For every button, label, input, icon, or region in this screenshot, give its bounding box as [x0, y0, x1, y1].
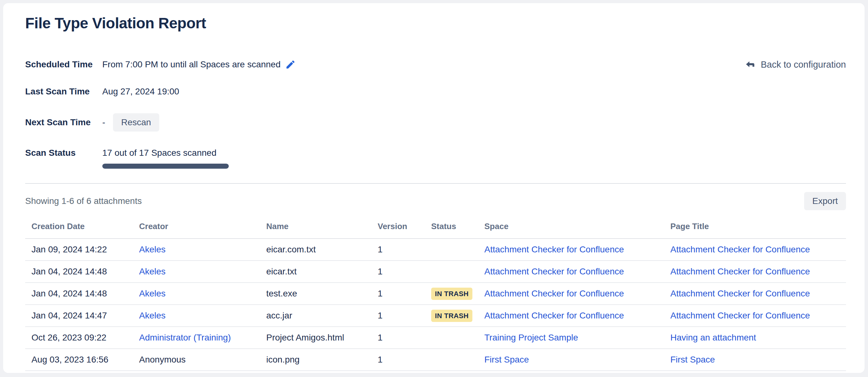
- page-title-link[interactable]: Attachment Checker for Confluence: [670, 266, 810, 276]
- space-link[interactable]: First Space: [484, 355, 529, 365]
- cell-creation-date: Oct 26, 2023 09:22: [25, 327, 133, 349]
- cell-version: 1: [371, 327, 425, 349]
- creator-link[interactable]: Administrator (Training): [139, 333, 231, 342]
- creator-plain-text: Anonymous: [139, 355, 186, 365]
- scan-meta-section: Scheduled Time From 7:00 PM to until all…: [25, 59, 846, 169]
- scheduled-time-value: From 7:00 PM to until all Spaces are sca…: [102, 60, 281, 69]
- cell-creation-date: Aug 03, 2023 16:56: [25, 349, 133, 371]
- scan-progress-bar: [102, 164, 229, 169]
- table-row: Jan 09, 2024 14:22 Akeles eicar.com.txt …: [25, 239, 846, 260]
- table-row: Jan 04, 2024 14:47 Akeles acc.jar 1 IN T…: [25, 305, 846, 327]
- back-arrow-icon: [744, 59, 756, 70]
- space-link[interactable]: Attachment Checker for Confluence: [484, 289, 624, 298]
- table-header-row: Creation Date Creator Name Version Statu…: [25, 215, 846, 239]
- creator-link[interactable]: Akeles: [139, 266, 165, 276]
- cell-version: 1: [371, 260, 425, 283]
- cell-version: 1: [371, 305, 425, 327]
- cell-version: 1: [371, 349, 425, 371]
- creator-link[interactable]: Akeles: [139, 245, 165, 254]
- last-scan-label: Last Scan Time: [25, 87, 102, 97]
- table-row: Jan 04, 2024 14:48 Akeles test.exe 1 IN …: [25, 283, 846, 305]
- back-to-configuration-link[interactable]: Back to configuration: [744, 59, 846, 70]
- cell-name: eicar.txt: [260, 260, 371, 283]
- column-header-creation-date: Creation Date: [25, 215, 133, 239]
- space-link[interactable]: Attachment Checker for Confluence: [484, 311, 624, 320]
- attachments-toolbar: Showing 1-6 of 6 attachments Export: [25, 192, 846, 210]
- scan-progress-fill: [102, 164, 229, 169]
- status-badge: IN TRASH: [431, 310, 472, 322]
- space-link[interactable]: Attachment Checker for Confluence: [484, 245, 624, 254]
- next-scan-row: Next Scan Time - Rescan: [25, 113, 846, 131]
- cell-name: Project Amigos.html: [260, 327, 371, 349]
- page-title-link[interactable]: Attachment Checker for Confluence: [670, 289, 810, 298]
- rescan-button[interactable]: Rescan: [113, 113, 159, 131]
- report-card: File Type Violation Report Scheduled Tim…: [3, 3, 865, 373]
- cell-name: eicar.com.txt: [260, 239, 371, 260]
- table-row: Aug 03, 2023 16:56 Anonymous icon.png 1 …: [25, 349, 846, 371]
- edit-schedule-button[interactable]: [285, 59, 296, 70]
- scan-status-row: Scan Status 17 out of 17 Spaces scanned: [25, 148, 846, 169]
- status-badge: IN TRASH: [431, 288, 472, 300]
- column-header-page-title: Page Title: [664, 215, 846, 239]
- scan-status-label: Scan Status: [25, 148, 102, 158]
- last-scan-value: Aug 27, 2024 19:00: [102, 87, 179, 97]
- back-link-label: Back to configuration: [761, 60, 846, 70]
- last-scan-row: Last Scan Time Aug 27, 2024 19:00: [25, 86, 846, 97]
- space-link[interactable]: Attachment Checker for Confluence: [484, 266, 624, 276]
- column-header-name: Name: [260, 215, 371, 239]
- violations-table: Creation Date Creator Name Version Statu…: [25, 215, 846, 371]
- section-divider: [25, 183, 846, 184]
- space-link[interactable]: Training Project Sample: [484, 333, 578, 342]
- column-header-status: Status: [425, 215, 478, 239]
- attachments-summary: Showing 1-6 of 6 attachments: [25, 196, 142, 206]
- cell-creation-date: Jan 04, 2024 14:47: [25, 305, 133, 327]
- column-header-space: Space: [478, 215, 664, 239]
- cell-name: acc.jar: [260, 305, 371, 327]
- creator-link[interactable]: Akeles: [139, 289, 165, 298]
- scheduled-time-row: Scheduled Time From 7:00 PM to until all…: [25, 59, 846, 70]
- scan-status-value: 17 out of 17 Spaces scanned: [102, 148, 229, 158]
- cell-creation-date: Jan 04, 2024 14:48: [25, 283, 133, 305]
- creator-link[interactable]: Akeles: [139, 311, 165, 320]
- page-title-link[interactable]: Attachment Checker for Confluence: [670, 311, 810, 320]
- cell-version: 1: [371, 283, 425, 305]
- column-header-version: Version: [371, 215, 425, 239]
- scheduled-time-label: Scheduled Time: [25, 60, 102, 69]
- export-button[interactable]: Export: [804, 192, 846, 210]
- cell-name: icon.png: [260, 349, 371, 371]
- page-title-link[interactable]: Having an attachment: [670, 333, 756, 342]
- table-row: Oct 26, 2023 09:22 Administrator (Traini…: [25, 327, 846, 349]
- next-scan-value: -: [102, 117, 113, 127]
- cell-version: 1: [371, 239, 425, 260]
- cell-creation-date: Jan 09, 2024 14:22: [25, 239, 133, 260]
- page-title-link[interactable]: First Space: [670, 355, 715, 365]
- next-scan-label: Next Scan Time: [25, 117, 102, 127]
- cell-name: test.exe: [260, 283, 371, 305]
- cell-creation-date: Jan 04, 2024 14:48: [25, 260, 133, 283]
- page-title: File Type Violation Report: [25, 14, 846, 32]
- page-title-link[interactable]: Attachment Checker for Confluence: [670, 245, 810, 254]
- column-header-creator: Creator: [133, 215, 260, 239]
- table-row: Jan 04, 2024 14:48 Akeles eicar.txt 1 At…: [25, 260, 846, 283]
- pencil-icon: [285, 59, 296, 70]
